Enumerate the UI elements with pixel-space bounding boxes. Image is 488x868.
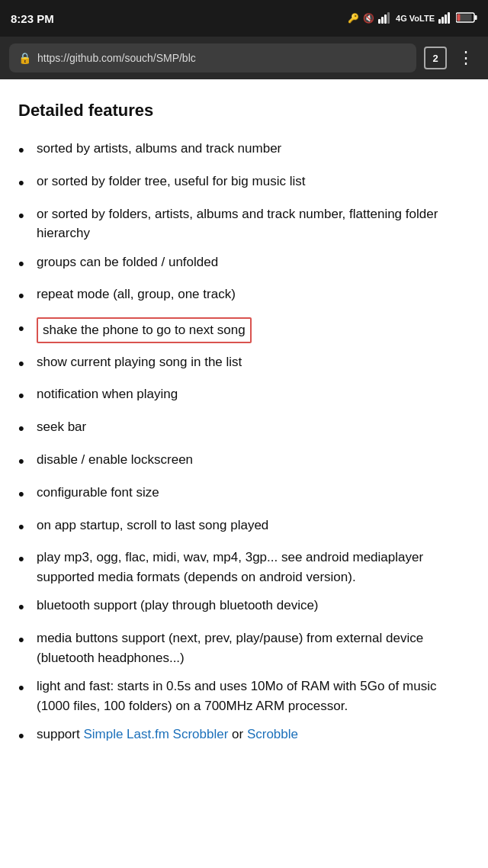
bullet: •: [18, 628, 37, 652]
svg-rect-2: [384, 14, 387, 24]
scrobbler-link[interactable]: Simple Last.fm Scrobbler: [83, 727, 228, 741]
item-text: light and fast: starts in 0.5s and uses …: [37, 677, 470, 715]
list-item: • light and fast: starts in 0.5s and use…: [18, 677, 470, 715]
bullet: •: [18, 417, 37, 441]
list-item: • bluetooth support (play through blueto…: [18, 596, 470, 619]
lock-icon: 🔒: [18, 52, 31, 64]
bullet: •: [18, 352, 37, 376]
status-icons: 🔑 🔇 4G VoLTE: [348, 11, 477, 26]
svg-rect-1: [381, 17, 384, 24]
content-area: Detailed features • sorted by artists, a…: [0, 79, 488, 868]
support-text-before: support: [37, 727, 83, 741]
mute-icon: 🔇: [363, 13, 374, 24]
item-text: configurable font size: [37, 483, 470, 503]
item-text: play mp3, ogg, flac, midi, wav, mp4, 3gp…: [37, 548, 470, 587]
signal-icon: [378, 11, 392, 26]
list-item: • repeat mode (all, group, one track): [18, 285, 470, 308]
bullet: •: [18, 548, 37, 571]
svg-rect-9: [475, 15, 477, 20]
item-text: seek bar: [37, 417, 470, 437]
signal2-icon: [438, 11, 452, 26]
status-time: 8:23 PM: [11, 12, 54, 25]
item-text: sorted by artists, albums and track numb…: [37, 139, 470, 159]
item-text-links: support Simple Last.fm Scrobbler or Scro…: [37, 725, 470, 744]
list-item: • configurable font size: [18, 483, 470, 506]
tab-count[interactable]: 2: [424, 47, 447, 69]
status-bar: 8:23 PM 🔑 🔇 4G VoLTE: [0, 0, 488, 37]
list-item: • groups can be folded / unfolded: [18, 252, 470, 276]
highlight-box: shake the phone to go to next song: [37, 317, 252, 343]
sim-icon: 🔑: [348, 13, 359, 24]
bullet: •: [18, 317, 37, 341]
list-item-links: • support Simple Last.fm Scrobbler or Sc…: [18, 725, 470, 748]
bullet: •: [18, 285, 37, 308]
bullet: •: [18, 139, 37, 162]
bullet: •: [18, 252, 37, 276]
item-text: disable / enable lockscreen: [37, 450, 470, 470]
bullet: •: [18, 204, 37, 228]
list-item-highlighted: • shake the phone to go to next song: [18, 317, 470, 343]
bullet: •: [18, 516, 37, 539]
item-text: media buttons support (next, prev, play/…: [37, 628, 470, 667]
svg-rect-6: [445, 14, 447, 24]
list-item: • play mp3, ogg, flac, midi, wav, mp4, 3…: [18, 548, 470, 587]
list-item: • seek bar: [18, 417, 470, 441]
bullet: •: [18, 596, 37, 619]
list-item: • show current playing song in the list: [18, 352, 470, 376]
bullet: •: [18, 677, 37, 700]
bullet: •: [18, 725, 37, 748]
svg-rect-7: [448, 12, 450, 24]
url-container[interactable]: 🔒 https://github.com/souch/SMP/blc: [9, 43, 416, 72]
item-text: repeat mode (all, group, one track): [37, 285, 470, 304]
support-text-middle: or: [228, 727, 247, 741]
svg-rect-5: [441, 17, 444, 24]
battery-icon: [456, 12, 477, 25]
network-label: 4G VoLTE: [396, 14, 435, 23]
item-text: or sorted by folders, artists, albums an…: [37, 204, 470, 243]
item-text: on app startup, scroll to last song play…: [37, 516, 470, 535]
list-item: • sorted by artists, albums and track nu…: [18, 139, 470, 162]
item-text: or sorted by folder tree, useful for big…: [37, 172, 470, 191]
item-text: bluetooth support (play through bluetoot…: [37, 596, 470, 616]
url-text: https://github.com/souch/SMP/blc: [37, 52, 196, 64]
list-item: • media buttons support (next, prev, pla…: [18, 628, 470, 667]
bullet: •: [18, 483, 37, 506]
svg-rect-11: [458, 14, 461, 21]
feature-list: • sorted by artists, albums and track nu…: [18, 139, 470, 748]
item-text-highlighted: shake the phone to go to next song: [37, 317, 470, 343]
list-item: • or sorted by folder tree, useful for b…: [18, 172, 470, 195]
list-item: • on app startup, scroll to last song pl…: [18, 516, 470, 539]
address-bar: 🔒 https://github.com/souch/SMP/blc 2 ⋮: [0, 37, 488, 79]
item-text: show current playing song in the list: [37, 352, 470, 372]
list-item: • or sorted by folders, artists, albums …: [18, 204, 470, 243]
svg-rect-4: [438, 19, 441, 24]
list-item: • notification when playing: [18, 384, 470, 408]
list-item: • disable / enable lockscreen: [18, 450, 470, 474]
svg-rect-0: [378, 19, 380, 24]
scrobble-link[interactable]: Scrobble: [247, 727, 298, 741]
bullet: •: [18, 450, 37, 474]
bullet: •: [18, 172, 37, 195]
item-text: groups can be folded / unfolded: [37, 252, 470, 272]
menu-button[interactable]: ⋮: [454, 45, 479, 71]
item-text: notification when playing: [37, 384, 470, 404]
bullet: •: [18, 384, 37, 408]
page-title: Detailed features: [18, 101, 470, 121]
svg-rect-3: [387, 12, 390, 24]
